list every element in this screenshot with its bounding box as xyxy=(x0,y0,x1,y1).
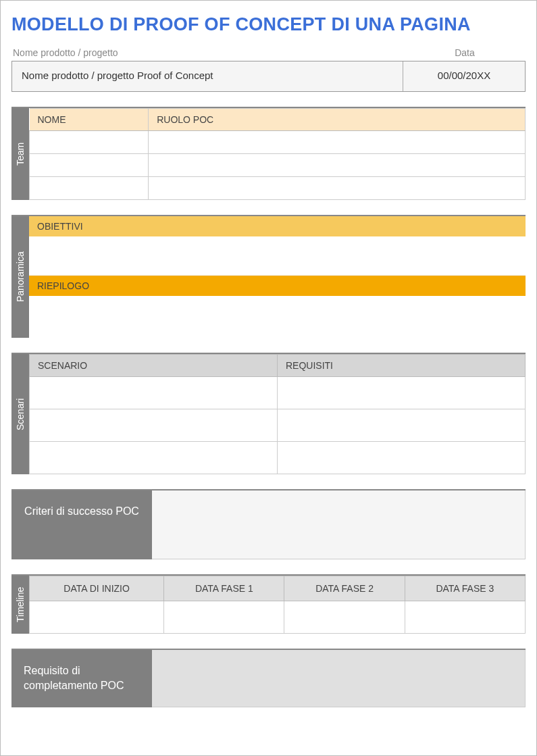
criteri-side-label: Criteri di successo POC xyxy=(11,490,152,559)
name-field[interactable]: Nome prodotto / progetto Proof of Concep… xyxy=(12,61,403,91)
team-role-cell[interactable] xyxy=(149,177,526,200)
team-role-cell[interactable] xyxy=(149,154,526,177)
panoramica-side-label: Panoramica xyxy=(11,216,29,338)
completamento-side-label: Requisito di completamento POC xyxy=(11,650,152,707)
panoramica-section: Panoramica OBIETTIVI RIEPILOGO xyxy=(11,215,526,338)
timeline-section: Timeline DATA DI INIZIO DATA FASE 1 DATA… xyxy=(11,574,526,634)
team-side-label: Team xyxy=(11,108,29,200)
name-label: Nome prodotto / progetto xyxy=(11,47,404,58)
obiettivi-header: OBIETTIVI xyxy=(29,216,526,236)
page-title: MODELLO DI PROOF OF CONCEPT DI UNA PAGIN… xyxy=(11,14,526,35)
requisiti-cell[interactable] xyxy=(278,442,526,474)
scenari-section: Scenari SCENARIO REQUISITI xyxy=(11,353,526,474)
scenario-cell[interactable] xyxy=(30,409,278,442)
scenari-side-label: Scenari xyxy=(11,354,29,474)
timeline-header: DATA FASE 3 xyxy=(405,576,525,601)
criteri-section: Criteri di successo POC xyxy=(11,489,526,559)
team-name-cell[interactable] xyxy=(30,154,149,177)
completamento-field[interactable] xyxy=(152,650,526,707)
scenario-cell[interactable] xyxy=(30,442,278,474)
obiettivi-field[interactable] xyxy=(29,236,526,276)
scenari-col-requisiti: REQUISITI xyxy=(278,355,526,377)
timeline-header: DATA FASE 1 xyxy=(164,576,284,601)
team-col-name: NOME xyxy=(30,109,149,131)
team-col-role: RUOLO POC xyxy=(149,109,526,131)
team-section: Team NOME RUOLO POC xyxy=(11,107,526,200)
timeline-side-label: Timeline xyxy=(11,576,29,634)
timeline-header: DATA DI INIZIO xyxy=(30,576,164,601)
date-field[interactable]: 00/00/20XX xyxy=(403,61,525,91)
team-name-cell[interactable] xyxy=(30,177,149,200)
timeline-cell[interactable] xyxy=(284,601,405,634)
requisiti-cell[interactable] xyxy=(278,409,526,442)
table-row xyxy=(30,154,526,177)
meta-labels: Nome prodotto / progetto Data xyxy=(11,47,526,58)
timeline-header: DATA FASE 2 xyxy=(284,576,405,601)
scenario-cell[interactable] xyxy=(30,377,278,409)
table-row xyxy=(30,131,526,154)
table-row xyxy=(30,177,526,200)
team-name-cell[interactable] xyxy=(30,131,149,154)
completamento-section: Requisito di completamento POC xyxy=(11,649,526,707)
table-row xyxy=(30,442,526,474)
criteri-field[interactable] xyxy=(152,490,526,559)
requisiti-cell[interactable] xyxy=(278,377,526,409)
timeline-cell[interactable] xyxy=(30,601,164,634)
timeline-cell[interactable] xyxy=(405,601,525,634)
table-row xyxy=(30,601,526,634)
scenari-col-scenario: SCENARIO xyxy=(30,355,278,377)
meta-row: Nome prodotto / progetto Proof of Concep… xyxy=(11,61,526,92)
riepilogo-header: RIEPILOGO xyxy=(29,276,526,296)
team-table: NOME RUOLO POC xyxy=(29,108,526,200)
scenari-table: SCENARIO REQUISITI xyxy=(29,354,526,474)
table-row xyxy=(30,377,526,409)
table-row xyxy=(30,409,526,442)
page: MODELLO DI PROOF OF CONCEPT DI UNA PAGIN… xyxy=(0,0,537,756)
timeline-cell[interactable] xyxy=(164,601,284,634)
team-role-cell[interactable] xyxy=(149,131,526,154)
timeline-table: DATA DI INIZIO DATA FASE 1 DATA FASE 2 D… xyxy=(29,576,526,634)
riepilogo-field[interactable] xyxy=(29,296,526,338)
date-label: Data xyxy=(404,47,526,58)
